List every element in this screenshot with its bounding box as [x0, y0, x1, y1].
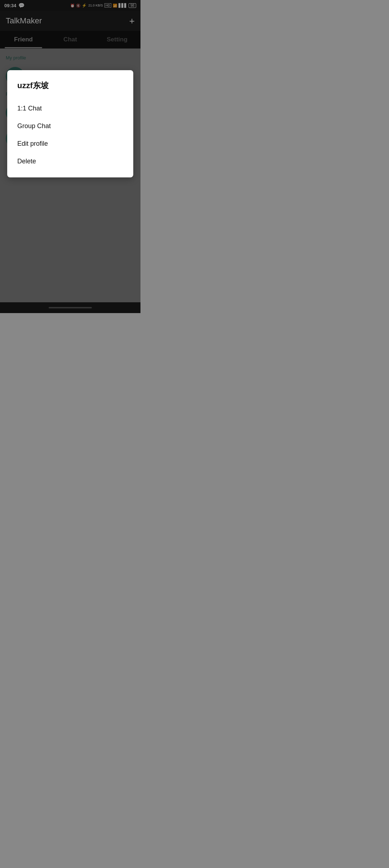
dialog-contact-name: uzzf东坡 — [17, 80, 123, 91]
one-on-one-chat-item[interactable]: 1:1 Chat — [17, 100, 123, 117]
edit-profile-item[interactable]: Edit profile — [17, 135, 123, 153]
delete-item[interactable]: Delete — [17, 153, 123, 170]
group-chat-item[interactable]: Group Chat — [17, 117, 123, 135]
context-menu-dialog: uzzf东坡 1:1 Chat Group Chat Edit profile … — [7, 70, 133, 177]
